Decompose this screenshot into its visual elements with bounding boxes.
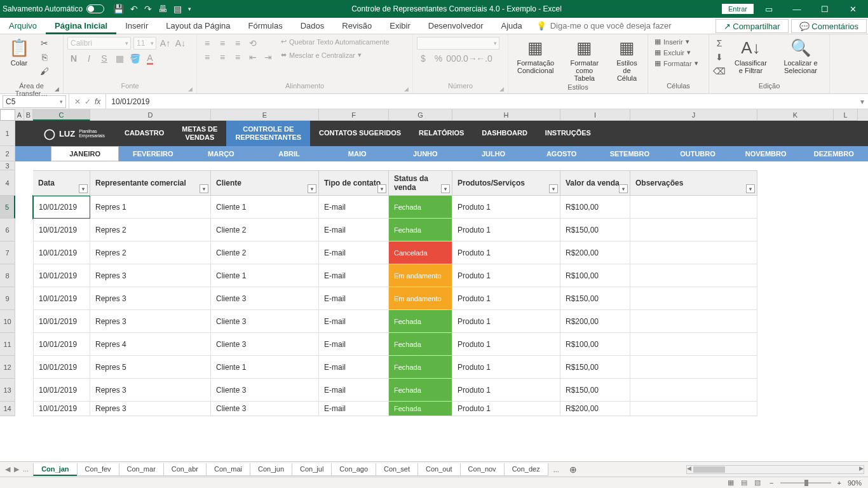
column-header-K[interactable]: K: [757, 109, 834, 121]
cell[interactable]: Repres 4: [90, 333, 211, 356]
column-header-A[interactable]: A: [15, 109, 24, 121]
dialog-launcher-icon[interactable]: ◢: [55, 86, 59, 92]
qat-dropdown-icon[interactable]: ▾: [188, 6, 191, 12]
fill-color-icon[interactable]: 🪣: [128, 52, 141, 65]
cell[interactable]: Fechada: [389, 333, 452, 356]
column-header-J[interactable]: J: [630, 109, 757, 121]
cell[interactable]: 10/01/2019: [33, 264, 90, 287]
print-icon[interactable]: 🖶: [158, 4, 167, 14]
dialog-launcher-icon[interactable]: ◢: [499, 86, 504, 92]
signin-button[interactable]: Entrar: [722, 4, 754, 14]
minimize-icon[interactable]: —: [784, 4, 810, 14]
cell[interactable]: Repres 3: [90, 310, 211, 333]
share-button[interactable]: ↗ Compartilhar: [715, 19, 789, 33]
increase-indent-icon[interactable]: ⇥: [262, 51, 275, 64]
month-tab-março[interactable]: MARÇO: [187, 146, 255, 161]
app-tab-controle-de-representantes[interactable]: CONTROLE DEREPRESENTANTES: [226, 121, 310, 146]
cell[interactable]: Repres 3: [90, 402, 211, 416]
column-header-C[interactable]: C: [33, 109, 90, 121]
cell[interactable]: Cliente 3: [211, 402, 319, 416]
filter-icon[interactable]: ▾: [549, 184, 558, 193]
decrease-decimal-icon[interactable]: ←.0: [478, 52, 491, 65]
wrap-text-button[interactable]: ↩Quebrar Texto Automaticamente: [278, 37, 392, 46]
sheet-tab-Con_fev[interactable]: Con_fev: [77, 463, 119, 476]
column-header-status-da-venda[interactable]: Status da venda▾: [389, 170, 452, 196]
percent-icon[interactable]: %: [432, 52, 445, 65]
cell[interactable]: 10/01/2019: [33, 379, 90, 402]
cell[interactable]: Cancelada: [389, 241, 452, 264]
cell[interactable]: R$150,00: [560, 287, 630, 310]
cell[interactable]: E-mail: [319, 402, 389, 416]
select-all-button[interactable]: [0, 109, 15, 121]
cell[interactable]: Produto 1: [452, 333, 560, 356]
tab-view[interactable]: Exibir: [381, 18, 419, 34]
paste-button[interactable]: 📋 Colar: [4, 37, 34, 68]
column-header-tipo-de-contato[interactable]: Tipo de contato▾: [319, 170, 389, 196]
cell[interactable]: E-mail: [319, 219, 389, 241]
cell[interactable]: Produto 1: [452, 356, 560, 379]
ribbon-options-icon[interactable]: ▭: [756, 4, 782, 14]
month-tab-janeiro[interactable]: JANEIRO: [51, 146, 119, 161]
tab-insert[interactable]: Inserir: [116, 18, 157, 34]
underline-icon[interactable]: S: [98, 52, 111, 65]
tab-data[interactable]: Dados: [292, 18, 334, 34]
maximize-icon[interactable]: ☐: [812, 4, 837, 14]
cell[interactable]: Produto 1: [452, 264, 560, 287]
clear-icon[interactable]: ⌫: [713, 65, 726, 78]
normal-view-icon[interactable]: ▦: [725, 478, 736, 486]
cell[interactable]: E-mail: [319, 333, 389, 356]
italic-icon[interactable]: I: [83, 52, 95, 65]
font-color-icon[interactable]: A: [144, 52, 156, 65]
row-header-9[interactable]: 9: [0, 287, 15, 310]
cut-icon[interactable]: ✂: [38, 37, 51, 50]
row-header-10[interactable]: 10: [0, 310, 15, 333]
cell[interactable]: [630, 241, 757, 264]
delete-cells-button[interactable]: ▦ Excluir ▾: [652, 48, 693, 57]
cell[interactable]: Cliente 1: [211, 264, 319, 287]
formula-input[interactable]: 10/01/2019: [106, 97, 857, 106]
zoom-in-button[interactable]: +: [837, 479, 841, 487]
cell[interactable]: 10/01/2019: [33, 333, 90, 356]
column-header-D[interactable]: D: [90, 109, 211, 121]
comments-button[interactable]: 💬 Comentários: [791, 19, 867, 33]
cell[interactable]: E-mail: [319, 264, 389, 287]
redo-icon[interactable]: ↷: [144, 4, 152, 14]
cell[interactable]: Fechada: [389, 196, 452, 219]
sheet-tab-Con_jun[interactable]: Con_jun: [250, 463, 292, 476]
zoom-out-button[interactable]: −: [770, 479, 773, 487]
cell[interactable]: Produto 1: [452, 287, 560, 310]
cell[interactable]: 10/01/2019: [33, 287, 90, 310]
add-sheet-button[interactable]: ⊕: [564, 464, 582, 475]
sheet-tab-Con_out[interactable]: Con_out: [417, 463, 461, 476]
fx-icon[interactable]: fx: [95, 97, 100, 106]
sheet-tab-Con_jan[interactable]: Con_jan: [33, 463, 77, 476]
cell[interactable]: [630, 379, 757, 402]
cell[interactable]: Fechada: [389, 402, 452, 416]
row-header-6[interactable]: 6: [0, 219, 15, 241]
format-as-table-button[interactable]: ▦Formatar como Tabela: [563, 37, 606, 83]
sheet-tab-Con_mar[interactable]: Con_mar: [119, 463, 164, 476]
cell[interactable]: R$200,00: [560, 310, 630, 333]
tab-help[interactable]: Ajuda: [492, 18, 531, 34]
column-header-H[interactable]: H: [452, 109, 560, 121]
cell[interactable]: [630, 356, 757, 379]
cell[interactable]: Repres 3: [90, 264, 211, 287]
row-header-11[interactable]: 11: [0, 333, 15, 356]
comma-icon[interactable]: 000: [447, 52, 460, 65]
cell[interactable]: 10/01/2019: [33, 241, 90, 264]
cell[interactable]: R$150,00: [560, 356, 630, 379]
format-cells-button[interactable]: ▦ Formatar ▾: [652, 58, 701, 68]
expand-formula-icon[interactable]: ▾: [857, 97, 868, 106]
column-header-I[interactable]: I: [560, 109, 630, 121]
row-header-13[interactable]: 13: [0, 379, 15, 402]
cell[interactable]: Repres 3: [90, 379, 211, 402]
row-header-12[interactable]: 12: [0, 356, 15, 379]
sheet-tab-Con_abr[interactable]: Con_abr: [163, 463, 207, 476]
page-layout-view-icon[interactable]: ▤: [738, 478, 750, 486]
font-size-combo[interactable]: 11: [133, 37, 156, 50]
sheet-tab-Con_set[interactable]: Con_set: [376, 463, 418, 476]
tab-file[interactable]: Arquivo: [0, 18, 46, 34]
cell[interactable]: [630, 264, 757, 287]
cell[interactable]: Em andamento: [389, 264, 452, 287]
cell[interactable]: 10/01/2019: [33, 356, 90, 379]
